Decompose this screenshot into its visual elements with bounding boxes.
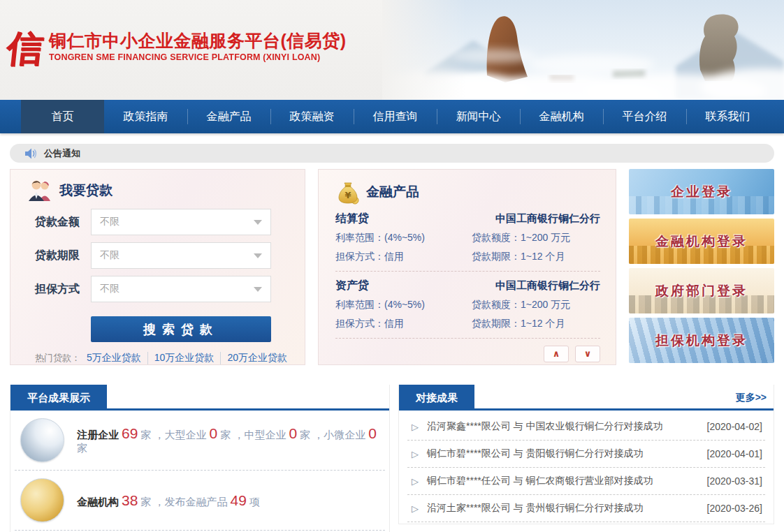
- guarantee-type-value: 不限: [100, 283, 119, 295]
- matching-results-panel: 对接成果 更多>> ▷ 沿河聚鑫****限公司 与 中国农业银行铜仁分行对接成功…: [398, 385, 774, 524]
- products-panel-title: 金融产品: [366, 183, 419, 201]
- guarantee-institution-login-label: 担保机构登录: [655, 332, 748, 350]
- chevron-down-icon: [254, 287, 262, 292]
- chevron-down-icon: [254, 220, 262, 225]
- financial-institution-login-label: 金融机构登录: [655, 232, 748, 251]
- site-logo[interactable]: 信 铜仁市中小企业金融服务平台(信易贷) TONGREN SME FINANCI…: [7, 28, 347, 68]
- triangle-marker-icon: ▷: [412, 422, 419, 432]
- product-term: 贷款期限：1~12 个月: [472, 251, 600, 263]
- mountain-banner-image: [382, 0, 784, 100]
- loan-amount-label: 贷款金额: [35, 215, 91, 230]
- divider: [335, 271, 600, 272]
- hot-loan-link-100k[interactable]: 10万企业贷款: [147, 352, 221, 364]
- moneybag-icon: ¥: [335, 179, 361, 205]
- product-amount: 贷款额度：1~200 万元: [472, 299, 600, 311]
- achievement-row-institutions: 金融机构38家 ，发布金融产品49项: [10, 471, 389, 530]
- nav-item-platform-intro[interactable]: 平台介绍: [603, 100, 686, 133]
- financial-products-panel: ¥ 金融产品 结算贷 中国工商银行铜仁分行 利率范围：(4%~5%) 贷款额度：…: [318, 169, 616, 365]
- hot-loan-link-200k[interactable]: 20万企业贷款: [220, 352, 293, 364]
- matching-date: [2020-04-01]: [707, 448, 762, 459]
- platform-achievements-panel: 平台成果展示 注册企业69家 ，大型企业0家 ，中型企业0家 ，小微企业0家 金…: [10, 385, 390, 532]
- main-row: 我要贷款 贷款金额 不限 贷款期限 不限 担保方式 不限: [0, 169, 784, 365]
- product-name[interactable]: 结算贷: [335, 212, 369, 226]
- matching-date: [2020-04-02]: [707, 421, 762, 432]
- matching-item[interactable]: ▷ 铜仁市碧****任公司 与 铜仁农商银行营业部对接成功 [2020-03-3…: [406, 468, 767, 494]
- guarantee-type-select[interactable]: 不限: [91, 276, 271, 302]
- hot-loan-link-50k[interactable]: 5万企业贷款: [80, 352, 147, 364]
- matching-text: 铜仁市碧****任公司 与 铜仁农商银行营业部对接成功: [427, 475, 707, 487]
- product-bank: 中国工商银行铜仁分行: [495, 279, 600, 293]
- guarantee-type-label: 担保方式: [35, 282, 91, 297]
- loan-term-select[interactable]: 不限: [91, 242, 271, 269]
- product-amount: 贷款额度：1~200 万元: [472, 232, 600, 244]
- guarantee-institution-login-banner[interactable]: 担保机构登录: [629, 318, 774, 363]
- financial-institution-login-banner[interactable]: 金融机构登录: [629, 219, 774, 264]
- loan-panel-title: 我要贷款: [59, 182, 112, 200]
- nav-item-policy-financing[interactable]: 政策融资: [270, 100, 354, 133]
- more-link[interactable]: 更多>>: [736, 385, 767, 411]
- divider: [407, 522, 765, 522]
- matching-item[interactable]: ▷ 铜仁市碧****限公司 与 贵阳银行铜仁分行对接成功 [2020-04-01…: [406, 441, 767, 467]
- nav-item-policy-guide[interactable]: 政策指南: [104, 100, 187, 133]
- site-title: 铜仁市中小企业金融服务平台(信易贷): [49, 29, 347, 52]
- svg-text:¥: ¥: [344, 190, 351, 200]
- loan-term-value: 不限: [100, 249, 119, 262]
- nav-item-credit-query[interactable]: 信用查询: [354, 100, 437, 133]
- matching-item[interactable]: ▷ 沿河聚鑫****限公司 与 中国农业银行铜仁分行对接成功 [2020-04-…: [406, 413, 767, 440]
- government-login-banner[interactable]: 政府部门登录: [629, 268, 774, 313]
- search-loan-button[interactable]: 搜索贷款: [91, 316, 271, 342]
- chevron-up-icon: ∧: [553, 348, 560, 359]
- coins-photo-icon: [20, 478, 64, 522]
- product-rate: 利率范围：(4%~5%): [335, 232, 472, 244]
- bottom-row: 平台成果展示 注册企业69家 ，大型企业0家 ，中型企业0家 ，小微企业0家 金…: [0, 385, 784, 532]
- matching-text: 沿河聚鑫****限公司 与 中国农业银行铜仁分行对接成功: [427, 420, 707, 433]
- buildings-photo-icon: [20, 418, 64, 462]
- nav-item-news-center[interactable]: 新闻中心: [437, 100, 520, 133]
- achievement-row-enterprises: 注册企业69家 ，大型企业0家 ，中型企业0家 ，小微企业0家: [10, 411, 389, 470]
- site-header: 信 铜仁市中小企业金融服务平台(信易贷) TONGREN SME FINANCI…: [0, 0, 784, 100]
- nav-item-financial-institutions[interactable]: 金融机构: [520, 100, 603, 133]
- product-item: 结算贷 中国工商银行铜仁分行 利率范围：(4%~5%) 贷款额度：1~200 万…: [335, 212, 600, 263]
- triangle-marker-icon: ▷: [412, 476, 419, 487]
- speaker-icon: [25, 148, 37, 159]
- login-banners: 企业登录 金融机构登录 政府部门登录 担保机构登录: [629, 169, 774, 365]
- enterprise-login-label: 企业登录: [671, 183, 732, 201]
- nav-item-home[interactable]: 首页: [21, 100, 104, 133]
- matching-text: 铜仁市碧****限公司 与 贵阳银行铜仁分行对接成功: [427, 448, 707, 460]
- loan-amount-value: 不限: [100, 216, 119, 228]
- site-subtitle: TONGREN SME FINANCING SERVICE PLATFORM (…: [49, 52, 335, 62]
- matching-date: [2020-03-26]: [707, 503, 762, 514]
- matching-date: [2020-03-31]: [707, 475, 762, 487]
- product-term: 贷款期限：1~12 个月: [472, 318, 600, 330]
- chevron-down-icon: [254, 253, 262, 258]
- logo-xin-icon: 信: [5, 28, 45, 68]
- main-nav: 首页 政策指南 金融产品 政策融资 信用查询 新闻中心 金融机构 平台介绍 联系…: [0, 100, 784, 133]
- nav-item-financial-products[interactable]: 金融产品: [187, 100, 270, 133]
- triangle-marker-icon: ▷: [412, 503, 419, 514]
- achievements-tab: 平台成果展示: [10, 385, 107, 411]
- page: 信 铜仁市中小企业金融服务平台(信易贷) TONGREN SME FINANCI…: [0, 0, 784, 532]
- chevron-down-icon: ∨: [584, 348, 592, 359]
- scroll-down-button[interactable]: ∨: [575, 346, 600, 362]
- product-bank: 中国工商银行铜仁分行: [495, 212, 600, 226]
- matching-results-tab: 对接成果: [399, 385, 474, 411]
- product-name[interactable]: 资产贷: [335, 279, 369, 293]
- borrowers-icon: [27, 179, 54, 202]
- scroll-up-button[interactable]: ∧: [544, 346, 569, 362]
- matching-text: 沿河土家****限公司 与 贵州银行铜仁分行对接成功: [427, 502, 707, 515]
- product-item: 资产贷 中国工商银行铜仁分行 利率范围：(4%~5%) 贷款额度：1~200 万…: [335, 279, 600, 330]
- nav-item-contact-us[interactable]: 联系我们: [686, 100, 769, 133]
- triangle-marker-icon: ▷: [412, 449, 419, 459]
- loan-search-panel: 我要贷款 贷款金额 不限 贷款期限 不限 担保方式 不限: [10, 169, 305, 365]
- product-rate: 利率范围：(4%~5%): [335, 299, 472, 311]
- hot-loans-label: 热门贷款：: [35, 352, 80, 364]
- loan-term-label: 贷款期限: [35, 249, 91, 263]
- loan-amount-select[interactable]: 不限: [91, 209, 271, 235]
- divider: [335, 338, 600, 339]
- announcement-bar[interactable]: 公告通知: [10, 144, 774, 163]
- enterprise-login-banner[interactable]: 企业登录: [629, 169, 774, 214]
- product-guarantee: 担保方式：信用: [335, 251, 472, 263]
- matching-item[interactable]: ▷ 沿河土家****限公司 与 贵州银行铜仁分行对接成功 [2020-03-26…: [406, 495, 767, 522]
- product-guarantee: 担保方式：信用: [335, 318, 472, 330]
- announcement-label: 公告通知: [44, 147, 80, 160]
